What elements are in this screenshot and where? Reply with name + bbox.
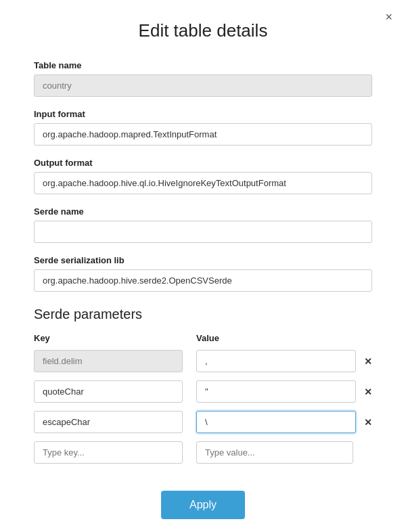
serde-params-header: Key Value (34, 333, 372, 343)
apply-button[interactable]: Apply (161, 491, 245, 519)
serde-new-row (34, 441, 372, 464)
remove-row-button[interactable]: ✕ (356, 387, 372, 397)
serde-lib-label: Serde serialization lib (34, 255, 372, 265)
value-column-header: Value (196, 333, 353, 343)
table-name-group: Table name (34, 60, 372, 97)
serde-name-input[interactable] (34, 221, 372, 243)
serde-key-input[interactable] (34, 350, 183, 372)
modal-title: Edit table details (34, 20, 372, 41)
serde-new-key-input[interactable] (34, 441, 183, 464)
serde-params-title: Serde parameters (34, 307, 372, 322)
remove-row-button[interactable]: ✕ (356, 418, 372, 427)
input-format-group: Input format (34, 109, 372, 146)
serde-value-input[interactable] (196, 350, 356, 372)
key-column-header: Key (34, 333, 183, 343)
serde-key-input[interactable] (34, 380, 183, 403)
input-format-label: Input format (34, 109, 372, 119)
serde-lib-input[interactable] (34, 269, 372, 292)
serde-name-group: Serde name (34, 206, 372, 243)
remove-row-button[interactable]: ✕ (356, 357, 372, 366)
output-format-group: Output format (34, 158, 372, 194)
serde-lib-group: Serde serialization lib (34, 255, 372, 292)
modal-container: × Edit table details Table name Input fo… (0, 0, 406, 532)
serde-name-label: Serde name (34, 206, 372, 217)
serde-new-value-input[interactable] (196, 441, 353, 464)
serde-row: ✕ (34, 411, 372, 433)
input-format-input[interactable] (34, 123, 372, 146)
table-name-input[interactable] (34, 74, 372, 97)
table-name-label: Table name (34, 60, 372, 70)
output-format-input[interactable] (34, 172, 372, 194)
serde-value-input[interactable] (196, 380, 356, 403)
apply-button-container: Apply (34, 491, 372, 519)
serde-row: ✕ (34, 350, 372, 372)
serde-row: ✕ (34, 380, 372, 403)
serde-params-section: Serde parameters Key Value ✕ ✕ ✕ (34, 304, 372, 472)
serde-key-input[interactable] (34, 411, 183, 433)
output-format-label: Output format (34, 158, 372, 168)
close-button[interactable]: × (385, 11, 392, 23)
serde-value-input[interactable] (196, 411, 356, 433)
